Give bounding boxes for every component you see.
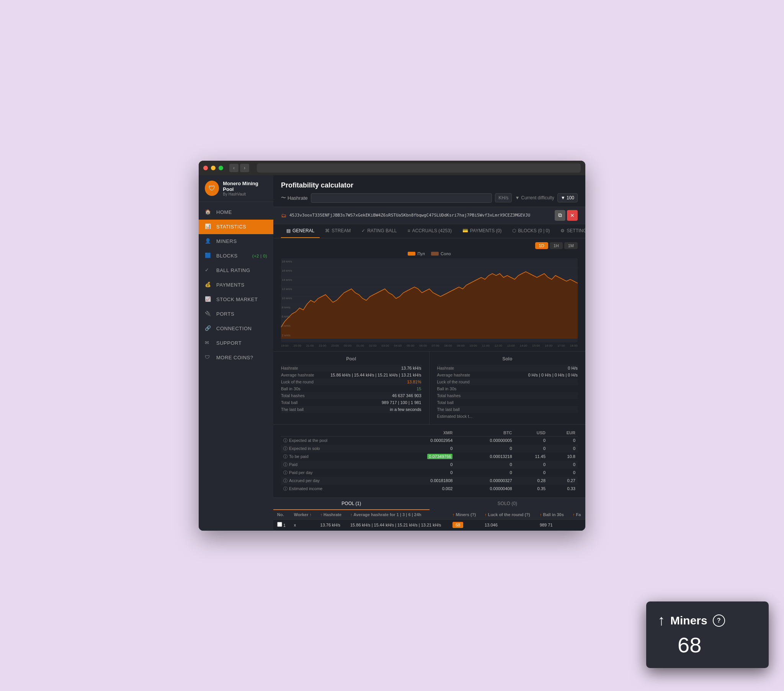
- earnings-eur: 0: [548, 436, 578, 444]
- earnings-usd: 0: [514, 436, 548, 444]
- workers-tab-solo[interactable]: SOLO (0): [430, 498, 586, 510]
- y-label-10: 10 kH/s: [282, 296, 292, 300]
- wallet-address: 45J3v3ooxT335ENFjJBB3s7WS7xGekEKiBW4Z6sR…: [290, 213, 552, 218]
- x-label: 23:00: [331, 344, 339, 347]
- maximize-button[interactable]: [219, 166, 223, 170]
- earnings-eur: 0: [548, 461, 578, 469]
- earnings-btc: 0: [455, 444, 514, 452]
- sidebar-item-support[interactable]: ✉ SUPPORT: [199, 336, 273, 350]
- chart-btn-1h[interactable]: 1H: [550, 242, 563, 249]
- stats-label: Hashrate: [281, 366, 298, 370]
- legend-solo: Соло: [431, 252, 451, 256]
- stats-label: Average hashrate: [281, 373, 314, 377]
- stats-row: The last ball: [437, 406, 578, 413]
- tab-icon-payments: 💳: [463, 228, 468, 234]
- earnings-label: ⓘTo be paid: [281, 452, 389, 461]
- nav-icon-connection: 🔗: [205, 325, 212, 332]
- col-worker: Worker ↑: [290, 510, 316, 520]
- earnings-label: ⓘPaid per day: [281, 469, 389, 477]
- earnings-btc: 0.00000327: [455, 477, 514, 485]
- close-wallet-button[interactable]: ✕: [567, 210, 578, 221]
- col-miners: ↑ Miners (?): [449, 510, 481, 520]
- x-label: 21:00: [306, 344, 314, 347]
- sidebar-item-stock_market[interactable]: 📈 STOCK MARKET: [199, 292, 273, 307]
- solo-stats: Solo Hashrate 0 H/s Average hashrate 0 H…: [430, 352, 586, 424]
- tab-icon-general: ▤: [287, 228, 291, 234]
- stats-row: Ball in 30s 15: [281, 385, 422, 392]
- address-bar[interactable]: [257, 163, 581, 173]
- earnings-btc: 0.00013218: [455, 452, 514, 461]
- sidebar-item-home[interactable]: 🏠 HOME: [199, 205, 273, 220]
- nav-label-more_coins: More coins?: [216, 355, 254, 360]
- legend-pool-color: [408, 252, 415, 256]
- logo-icon: 🛡: [205, 181, 219, 196]
- earnings-label: ⓘEstimated income: [281, 485, 389, 493]
- tab-rating_ball[interactable]: ✓RATING BALL: [356, 224, 402, 238]
- stats-grid: Pool Hashrate 13.76 kH/s Average hashrat…: [273, 351, 585, 424]
- workers-table-container: No. Worker ↑ ↑ Hashrate ↑ Average hashra…: [273, 510, 585, 531]
- sidebar-item-connection[interactable]: 🔗 CONNECTION: [199, 321, 273, 336]
- tab-general[interactable]: ▤GENERAL: [281, 224, 320, 238]
- tab-blocks[interactable]: ⬡BLOCKS (0 | 0): [507, 224, 555, 238]
- tab-label-general: GENERAL: [293, 228, 314, 234]
- earnings-label: ⓘAccrued per day: [281, 477, 389, 485]
- stats-value: in a few seconds: [390, 407, 422, 412]
- tab-settings[interactable]: ⚙SETTINGS: [555, 224, 585, 238]
- x-label: 02:00: [369, 344, 377, 347]
- tab-label-settings: SETTINGS: [567, 228, 585, 234]
- earnings-usd: 0: [514, 461, 548, 469]
- hashrate-input[interactable]: [311, 193, 492, 203]
- col-fa: ↑ Fa: [569, 510, 585, 520]
- minimize-button[interactable]: [211, 166, 216, 170]
- earnings-eur: 0: [548, 469, 578, 477]
- content-area: Profitability calculator 〜 Hashrate KH/s…: [273, 175, 585, 531]
- stats-row: Hashrate 13.76 kH/s: [281, 365, 422, 372]
- sidebar-item-blocks[interactable]: 🟦 BLOCKS (+2 | 0): [199, 249, 273, 263]
- worker-checkbox[interactable]: [277, 522, 282, 527]
- stats-value: 13.76 kH/s: [401, 366, 422, 370]
- earnings-btc: 0.00000408: [455, 485, 514, 493]
- sidebar-item-more_coins[interactable]: 🛡 More coins?: [199, 350, 273, 365]
- worker-avg-hashrate: 15.86 kH/s | 15.44 kH/s | 15.21 kH/s | 1…: [346, 519, 449, 530]
- sidebar-item-miners[interactable]: 👤 MINERS: [199, 234, 273, 249]
- earnings-eur: 0.27: [548, 477, 578, 485]
- forward-button[interactable]: ›: [240, 164, 249, 172]
- tab-label-stream: STREAM: [331, 228, 351, 234]
- tab-payments[interactable]: 💳PAYMENTS (0): [457, 224, 507, 238]
- x-label: 14:00: [519, 344, 527, 347]
- calc-title: Profitability calculator: [281, 181, 578, 189]
- sidebar-item-ports[interactable]: 🔌 PORTS: [199, 307, 273, 321]
- nav-badge-blocks: (+2 | 0): [252, 254, 267, 258]
- y-label-2: 2 kH/s: [282, 334, 292, 337]
- sidebar-item-payments[interactable]: 💰 PAYMENTS: [199, 278, 273, 292]
- sidebar-nav: 🏠 HOME 📊 STATISTICS 👤 MINERS 🟦 BLOCKS (+…: [199, 202, 273, 531]
- workers-tab-pool[interactable]: POOL (1): [273, 498, 430, 510]
- earnings-col-label: [281, 429, 389, 436]
- difficulty-value: ▼ 100: [557, 193, 578, 202]
- miners-overlay-header: ↑ Miners ?: [658, 612, 757, 628]
- ball-value: 15: [417, 387, 421, 391]
- nav-icon-miners: 👤: [205, 238, 212, 245]
- sidebar-item-ball_rating[interactable]: ✓ BALL RATING: [199, 263, 273, 278]
- nav-label-connection: CONNECTION: [216, 326, 252, 331]
- nav-buttons: ‹ ›: [229, 164, 249, 172]
- chart-svg: [281, 258, 578, 342]
- y-label-6: 6 kH/s: [282, 315, 292, 318]
- close-button[interactable]: [203, 166, 208, 170]
- sidebar-item-statistics[interactable]: 📊 STATISTICS: [199, 220, 273, 234]
- tab-stream[interactable]: ⌘STREAM: [320, 224, 356, 238]
- tab-accruals[interactable]: ≡ACCRUALS (4253): [402, 224, 457, 238]
- stats-value: 0 H/s | 0 H/s | 0 H/s | 0 H/s: [528, 373, 578, 377]
- earnings-eur: 0: [548, 444, 578, 452]
- earnings-xmr: 0.002: [389, 485, 455, 493]
- earnings-row: ⓘPaid 0 0 0 0: [281, 461, 578, 469]
- earnings-btc: 0.00000005: [455, 436, 514, 444]
- back-button[interactable]: ‹: [229, 164, 239, 172]
- stats-label: Estimated block t...: [437, 414, 473, 419]
- worker-hashrate: 13.76 kH/s: [316, 519, 346, 530]
- chart-btn-1m[interactable]: 1M: [564, 242, 578, 249]
- earnings-usd: 0.28: [514, 477, 548, 485]
- earnings-section: XMR BTC USD EUR ⓘExpected at the pool 0.…: [273, 424, 585, 497]
- copy-wallet-button[interactable]: ⧉: [555, 210, 565, 221]
- chart-btn-1d[interactable]: 1D: [535, 242, 548, 249]
